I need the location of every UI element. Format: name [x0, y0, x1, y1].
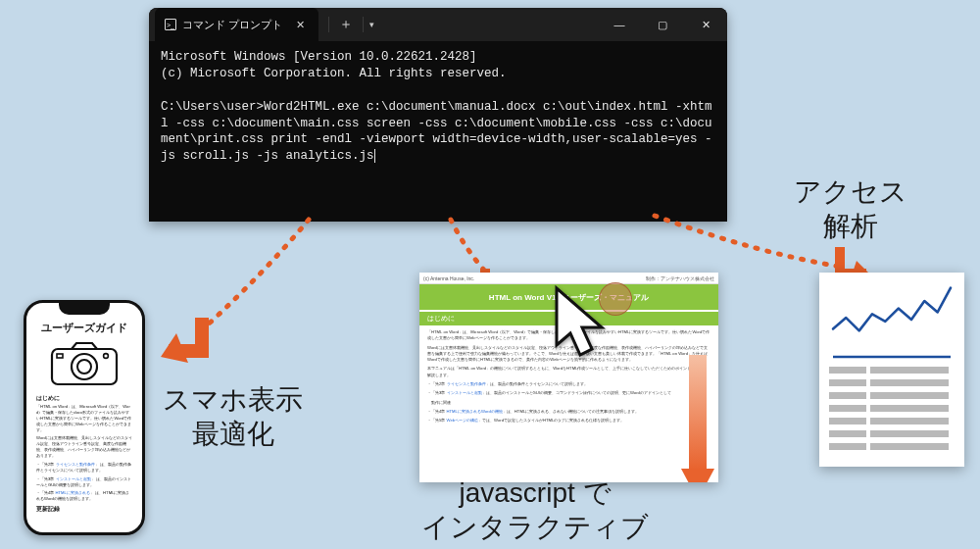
- terminal-window: >_ コマンド プロンプト ✕ ＋ ▾ — ▢ ✕ Microsoft Wind…: [149, 8, 727, 222]
- phone-section-heading: 更新記録: [36, 505, 132, 514]
- svg-rect-3: [57, 354, 63, 358]
- new-tab-button[interactable]: ＋: [339, 16, 353, 33]
- tab-divider: [363, 17, 364, 32]
- mouse-cursor-icon: [549, 284, 615, 363]
- web-paragraph: 本マニュアルは「HTML on Word」の機能について説明するとともに、Wor…: [427, 366, 710, 378]
- label-javascript: javascript で インタラクティブ: [421, 475, 649, 544]
- text-cursor: [374, 149, 375, 163]
- chevron-down-icon[interactable]: ▾: [369, 20, 374, 29]
- label-access: アクセス 解析: [794, 175, 907, 243]
- text-lines-placeholder: [829, 367, 955, 450]
- web-top-left: (c) Antenna House, Inc.: [423, 275, 474, 281]
- analytics-document: [819, 273, 964, 467]
- phone-bullet: ・「第3章 インストールと起動」 は、製品のインストールとGUIの概要を説明しま…: [36, 476, 132, 488]
- svg-point-4: [104, 354, 109, 359]
- phone-mockup: ユーザーズガイド はじめに 「HTML on Word」は、Microsoft …: [24, 300, 145, 535]
- web-bullet: 動作に関連: [427, 400, 710, 406]
- terminal-line: (c) Microsoft Corporation. All rights re…: [161, 67, 507, 80]
- terminal-tab[interactable]: >_ コマンド プロンプト ✕: [155, 8, 318, 41]
- phone-bullet: ・「第2章 ライセンスと動作条件」 は、製品の動作条件とライセンスについて説明し…: [36, 462, 132, 474]
- terminal-body: Microsoft Windows [Version 10.0.22621.24…: [149, 41, 727, 173]
- web-bullet: ・「第3章 インストールと起動」は、製品のインストールとGUIの概要、コマンドラ…: [427, 390, 710, 396]
- terminal-line: Microsoft Windows [Version 10.0.22621.24…: [161, 50, 477, 64]
- svg-point-2: [77, 360, 91, 374]
- cmd-icon: >_: [165, 19, 176, 30]
- camera-icon: [50, 341, 119, 386]
- phone-section-heading: はじめに: [36, 394, 132, 403]
- terminal-tab-title: コマンド プロンプト: [182, 18, 282, 32]
- web-top-right: 制作：アンテナハウス株式会社: [646, 275, 714, 281]
- terminal-titlebar: >_ コマンド プロンプト ✕ ＋ ▾ — ▢ ✕: [149, 8, 727, 41]
- close-tab-icon[interactable]: ✕: [296, 19, 305, 31]
- line-chart: [829, 278, 955, 361]
- tab-divider: [328, 17, 329, 32]
- phone-page-title: ユーザーズガイド: [36, 321, 132, 335]
- phone-notch: [59, 303, 110, 315]
- scroll-down-arrow-icon: [681, 355, 714, 482]
- web-bullet: ・「第2章 ライセンスと動作条件」は、製品の動作条件とライセンスについて説明しま…: [427, 381, 710, 387]
- web-topbar: (c) Antenna House, Inc. 制作：アンテナハウス株式会社: [419, 273, 718, 284]
- close-button[interactable]: ✕: [684, 8, 727, 41]
- label-smartphone: スマホ表示 最適化: [163, 382, 303, 451]
- phone-bullet: ・「第4章 HTMLに変換される」 は、HTMLに変換されるWordの機能を説明…: [36, 490, 132, 502]
- arrow-head-icon: [159, 314, 218, 373]
- web-bullet: ・「第5章 Webページの構造」では、Wordで設定したスタイルがHTMLのタグ…: [427, 418, 710, 424]
- minimize-button[interactable]: —: [598, 8, 641, 41]
- phone-paragraph: Wordには文書体裁機能、見出しスタイルなどのスタイル設定、段落アウトライン番号…: [36, 435, 132, 459]
- svg-rect-5: [689, 355, 707, 471]
- web-bullet: ・「第4章 HTMLに変換されるWordの機能」は、HTMLに変換される、されな…: [427, 409, 710, 415]
- svg-point-1: [72, 354, 97, 379]
- terminal-command: C:\Users\user>Word2HTML.exe c:\document\…: [161, 100, 712, 164]
- maximize-button[interactable]: ▢: [641, 8, 684, 41]
- phone-paragraph: 「HTML on Word」は、Microsoft Word（以下、Word）で…: [36, 404, 132, 432]
